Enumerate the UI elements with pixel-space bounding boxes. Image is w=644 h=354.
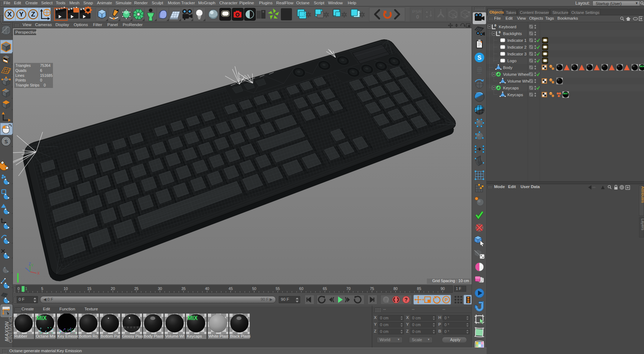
svg-text:Indicator 3: Indicator 3 — [507, 52, 527, 56]
svg-text:S: S — [4, 138, 8, 144]
svg-text:S: S — [477, 54, 481, 61]
svg-text:?: ? — [405, 297, 408, 303]
svg-text:60: 60 — [299, 286, 303, 291]
svg-text:Indicator 2: Indicator 2 — [507, 45, 527, 49]
svg-text:35: 35 — [181, 286, 186, 291]
svg-text:1: 1 — [25, 286, 28, 291]
svg-text:Keycaps: Keycaps — [507, 93, 523, 97]
svg-text:85: 85 — [417, 286, 421, 291]
svg-text:MIX: MIX — [187, 315, 198, 321]
svg-text:Logo: Logo — [507, 59, 517, 63]
svg-text:80: 80 — [394, 286, 398, 291]
svg-text:Keyboard: Keyboard — [499, 25, 516, 29]
svg-text:20: 20 — [111, 286, 115, 291]
svg-text:90: 90 — [440, 286, 445, 291]
svg-text:0: 0 — [494, 24, 496, 27]
svg-text:Backlights: Backlights — [503, 31, 522, 36]
svg-text:0: 0 — [416, 14, 419, 20]
svg-text:Volume Whe: Volume Whe — [507, 79, 531, 83]
svg-text:55: 55 — [276, 286, 280, 291]
svg-text:MIX: MIX — [36, 315, 47, 321]
svg-text:45: 45 — [229, 286, 233, 291]
svg-text:15: 15 — [87, 286, 92, 291]
svg-text:Indicator 1: Indicator 1 — [507, 38, 527, 43]
svg-text:X: X — [37, 271, 39, 275]
svg-text:5: 5 — [41, 286, 43, 291]
svg-text:0: 0 — [499, 30, 501, 34]
svg-text:MIX: MIX — [640, 65, 644, 68]
svg-text:0: 0 — [18, 286, 20, 291]
svg-text:Z: Z — [29, 262, 31, 266]
svg-text:P: P — [445, 297, 448, 303]
svg-text:25: 25 — [134, 286, 138, 291]
svg-text:65: 65 — [323, 286, 327, 291]
svg-text:10: 10 — [64, 286, 68, 291]
svg-text:75: 75 — [370, 286, 374, 291]
svg-text:Y: Y — [19, 10, 24, 18]
svg-text:MIX: MIX — [563, 92, 568, 95]
svg-text:Body: Body — [503, 65, 512, 70]
svg-text:30: 30 — [158, 286, 162, 291]
svg-text:Y: Y — [31, 264, 34, 267]
svg-text:50: 50 — [252, 286, 257, 291]
svg-text:Keycaps: Keycaps — [503, 86, 519, 90]
svg-text:Z: Z — [31, 10, 35, 18]
svg-text:Volume Wheel: Volume Wheel — [503, 72, 530, 77]
svg-text:70: 70 — [346, 286, 351, 291]
svg-text:40: 40 — [205, 286, 209, 291]
